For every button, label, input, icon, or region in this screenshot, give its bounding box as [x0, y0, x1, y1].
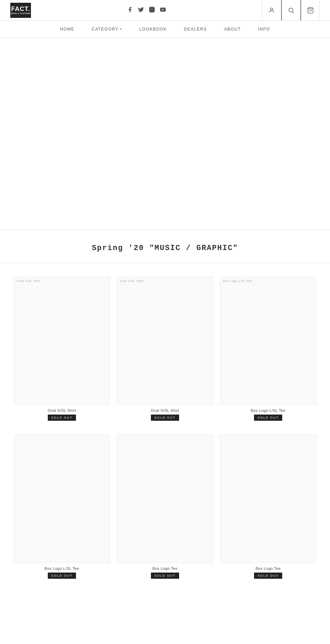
sold-out-badge: SOLD OUT: [151, 573, 179, 579]
cart-button[interactable]: [300, 0, 320, 21]
main-nav: HOME CATEGORY ▾ LOOKBOOK DEALERS ABOUT I…: [0, 21, 330, 38]
nav-dealers[interactable]: DEALERS: [184, 27, 207, 32]
product-image: [220, 434, 316, 563]
search-button[interactable]: [281, 0, 300, 21]
header: FACT. MUSIC & CLOTHING: [0, 0, 330, 21]
chevron-down-icon: ▾: [120, 27, 122, 31]
products-grid-2: Box Logo L/SL Tee SOLD OUT Box Logo Tee …: [0, 428, 330, 592]
product-image-label: Oval S/SL Shirt: [17, 279, 41, 283]
product-card[interactable]: Box Logo L/SL Tee Box Logo L/SL Tee SOLD…: [220, 277, 316, 421]
products-row-1: Oval S/SL Shirt Oval S/SL Shirt SOLD OUT…: [0, 263, 330, 428]
nav-lookbook[interactable]: LOOKBOOK: [139, 27, 167, 32]
logo[interactable]: FACT. MUSIC & CLOTHING: [10, 3, 31, 18]
product-name: Box Logo Tee: [117, 566, 213, 570]
product-card[interactable]: Oval S/SL Shirt Oval S/SL Shirt SOLD OUT: [117, 277, 213, 421]
product-image: [14, 434, 110, 563]
section-title-wrap: Spring '20 "MUSIC / GRAPHIC": [0, 230, 330, 263]
youtube-icon[interactable]: [160, 7, 166, 14]
product-card[interactable]: Box Logo L/SL Tee SOLD OUT: [14, 434, 110, 578]
user-icon: [268, 7, 275, 14]
product-image: Oval S/SL Shirt: [117, 277, 213, 405]
product-name: Box Logo Tee: [220, 566, 316, 570]
search-icon: [288, 7, 295, 14]
svg-line-4: [292, 11, 294, 13]
nav-home[interactable]: HOME: [60, 27, 75, 32]
header-action-icons: [262, 0, 320, 21]
nav-category[interactable]: CATEGORY ▾: [92, 27, 122, 32]
nav-about[interactable]: ABOUT: [224, 27, 241, 32]
logo-main-text: FACT.: [11, 6, 30, 13]
product-card[interactable]: Box Logo Tee SOLD OUT: [117, 434, 213, 578]
product-name: Oval S/SL Shirt: [14, 408, 110, 413]
facebook-icon[interactable]: [127, 7, 133, 14]
sold-out-badge: SOLD OUT: [151, 415, 179, 421]
section-title: Spring '20 "MUSIC / GRAPHIC": [0, 244, 330, 252]
sold-out-badge: SOLD OUT: [48, 415, 76, 421]
svg-point-2: [270, 8, 273, 10]
products-grid-1: Oval S/SL Shirt Oval S/SL Shirt SOLD OUT…: [14, 277, 316, 421]
cart-icon: [307, 7, 314, 14]
logo-sub-text: MUSIC & CLOTHING: [11, 13, 31, 15]
hero-image: [0, 38, 330, 230]
product-image: Box Logo L/SL Tee: [220, 277, 316, 405]
product-name: Box Logo L/SL Tee: [220, 408, 316, 413]
product-name: Box Logo L/SL Tee: [14, 566, 110, 570]
instagram-icon[interactable]: [149, 7, 155, 14]
product-image: [117, 434, 213, 563]
product-image: Oval S/SL Shirt: [14, 277, 110, 405]
product-image-label: Box Logo L/SL Tee: [223, 279, 252, 283]
account-button[interactable]: [262, 0, 281, 21]
product-card[interactable]: Oval S/SL Shirt Oval S/SL Shirt SOLD OUT: [14, 277, 110, 421]
sold-out-badge: SOLD OUT: [48, 573, 76, 579]
product-card[interactable]: Box Logo Tee SOLD OUT: [220, 434, 316, 578]
product-image-label: Oval S/SL Shirt: [120, 279, 144, 283]
social-icons: [127, 7, 166, 14]
product-name: Oval S/SL Shirt: [117, 408, 213, 413]
sold-out-badge: SOLD OUT: [254, 573, 282, 579]
svg-point-3: [289, 8, 293, 12]
sold-out-badge: SOLD OUT: [254, 415, 282, 421]
nav-info[interactable]: INFO: [258, 27, 270, 32]
twitter-icon[interactable]: [138, 7, 144, 14]
